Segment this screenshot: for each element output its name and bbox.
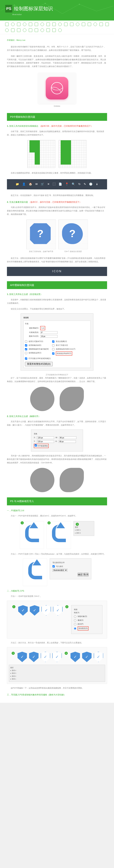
method-2: 方法二：PS中只选择 文件 > 导出 > 导出到Illustrator，如下图，…: [7, 552, 107, 556]
export-select[interactable]: Illustrator路径: [52, 569, 67, 572]
topic-note: （版本CC，操作均无错，已经检查到对齐像素的情况下）: [29, 201, 81, 203]
topic-number: 1.: [7, 125, 9, 127]
pref-checkbox[interactable]: [52, 348, 54, 350]
blue-caption-1: 形状工具所绘制，边缘不够平滑: [26, 250, 56, 253]
topic-2-title: 2. 无顶点像素渲染问题 （版本CC，操作均无错，已经检查到对齐像素的情况下）: [7, 200, 107, 204]
transform-panel[interactable]: 变换 X: W: Y: H: 对齐像素网格: [31, 430, 83, 452]
step-badge-1: 1: [12, 605, 15, 608]
ok-button[interactable]: 确定: [78, 573, 83, 577]
section-1-header: PS中图标绘制注意问题: [7, 113, 107, 121]
shield-icon: ✓: [18, 605, 28, 616]
preferences-dialog[interactable]: 首选项 常规 键盘增量(K):1 px 约束角度(A): 圆角半径(R): 使用…: [21, 313, 93, 371]
step-badge-3: 3: [12, 652, 15, 655]
transform-title: 变换: [34, 432, 80, 435]
ai-step-1: 1 2 3图层▸ 路径 1▸ 路径 2: [7, 521, 107, 549]
icon-sample: [58, 28, 62, 32]
pref-c5: 清除图稿板时失量对象(W): [29, 347, 49, 351]
icon-sample: [11, 28, 14, 32]
shield-outline-icon: ✓: [52, 652, 62, 662]
export-dialog[interactable]: 导出路径到文件 写入路径 Illustrator路径 确定 取消: [50, 558, 91, 579]
gray-circle: [30, 387, 54, 411]
keyinc-value[interactable]: 1 px: [40, 326, 45, 330]
pref-checkbox[interactable]: [25, 340, 27, 343]
layers-panel-2[interactable]: 图层▸ 形状 4▸ 形状 3▸ 形状 2▸ 形状 1: [9, 665, 105, 682]
icon-sample: [46, 23, 50, 26]
paste-dialog[interactable]: 粘贴 粘贴为: 智能对象(O) 像素(X) 路径(P) 形状图层(S): [71, 605, 102, 634]
title-text: 绘制图标深层知识: [14, 4, 53, 13]
paste-radio[interactable]: [74, 619, 76, 621]
dribbble-card: [38, 72, 76, 104]
thermometer-icon: 🌡: [96, 182, 99, 187]
icon-sample: [76, 23, 79, 26]
gray-blob: [60, 468, 84, 492]
paste-radio[interactable]: [74, 615, 76, 618]
h-input[interactable]: [59, 440, 76, 443]
reset-warnings-button[interactable]: 重置所有警告对话框(D): [25, 362, 53, 366]
align-pixel-label: 对齐像素网格: [37, 445, 48, 447]
w-input[interactable]: [59, 436, 76, 439]
svg-point-1: [45, 3, 46, 4]
gray-circle: [30, 468, 54, 492]
align-pixel-checkbox[interactable]: [35, 444, 37, 446]
export-checkbox[interactable]: [52, 565, 55, 567]
pref-checkbox[interactable]: [52, 352, 54, 355]
hero-subtitle: Aveindor: [12, 13, 109, 16]
intro-paragraph-2: 强调一遍软件工具类问题，更多是多练，这些基础不扎实的人最好先参考一些教程，其实都…: [7, 55, 107, 68]
icon-sample: [11, 23, 14, 26]
cancel-button[interactable]: 取消: [83, 573, 88, 577]
pref-checkbox[interactable]: [25, 352, 27, 354]
dribbble-icon: [46, 77, 68, 99]
blue-square-1: ?: [26, 220, 56, 249]
import-topic-2: 二，AI图标导入PS: [7, 589, 107, 593]
icon-sample: [5, 28, 9, 32]
icon-sample: [82, 23, 85, 26]
import-topic-3: 三，导完图入PS变成智能对象的单填充编辑（颜色与大型结缘）: [7, 693, 107, 697]
expand-icon: ⛶: [53, 182, 55, 187]
icon-sample: [17, 23, 21, 26]
pref-c1: 使用日式繁体字(U): [29, 340, 43, 343]
close-icon: ✕: [47, 182, 49, 187]
section-2-header: AI中图标绘制注意问题: [7, 281, 107, 289]
pref-checkbox[interactable]: [25, 358, 27, 360]
radius-input[interactable]: [40, 335, 58, 338]
caption-1: 后来让他截图他设界面，发现是信息面板没有调定义像素，软件界面乱糟糟的，浏览就提示…: [7, 172, 107, 175]
icon-sample: [105, 23, 109, 26]
x-input[interactable]: [37, 436, 54, 439]
person-icon: 👤: [22, 182, 26, 187]
mail-icon: ✉: [35, 182, 38, 187]
pref-tab-general[interactable]: 常规: [25, 322, 89, 325]
page-container: PS 绘制图标深层知识 Aveindor 作者骚话：Mercy Lee 最近给U…: [0, 0, 114, 703]
pref-checkbox[interactable]: [52, 344, 54, 346]
final-para: 如PS中再编辑一下：运用自由选变即新画出颜面插值蒙版整，并且可设置图路径置换。: [7, 686, 107, 690]
shield-outline-icon: ✓: [53, 605, 63, 616]
topic-number: 2.: [7, 415, 9, 417]
question-mark-icon: ?: [37, 224, 43, 243]
corner-input[interactable]: [40, 331, 58, 334]
step-badge-1: 1: [21, 521, 24, 524]
y-input[interactable]: [37, 440, 54, 443]
topic-2-para: 与第1点有些不清楚新区别不大，原因类似只是版本改变的原因导致软件内部设定有些操作…: [7, 206, 107, 216]
pref-checkbox[interactable]: [52, 340, 54, 343]
pref-checkbox[interactable]: [25, 344, 27, 346]
green-shape-sharp: [61, 140, 71, 164]
content-area: 作者骚话：Mercy Lee 最近给UI初学者解答了很多软件类的问题，PS、AI…: [0, 34, 114, 703]
pref-checkbox[interactable]: [25, 348, 27, 350]
shield-panel-2: 3 ✓ ✓ ✓ ✓ 4 ✓ ✓ ✓ 图层▸ 形状 4▸ 形状 3▸ 形状 2▸ …: [7, 647, 107, 684]
icon-sample: [29, 28, 32, 32]
paste-o1: 智能对象(O): [78, 615, 87, 618]
export-title: 导出路径到文件: [52, 561, 88, 564]
icon-sample: [46, 28, 50, 32]
paste-radio[interactable]: [74, 623, 76, 625]
shield-icon: ✓: [29, 652, 39, 662]
topic-1-title: 1. 形状工具内绘制形状有模糊描边 （版本CS6，操作均无错，已经检查到对齐像素…: [7, 124, 107, 128]
toolbar-dark: 📁👤🏠✉🛒✕⛶📄📍🔍↻✎🕐🌡: [7, 179, 107, 189]
icon-sample: [58, 23, 62, 26]
green-shape-blurry: [30, 140, 40, 164]
shape-compare: [7, 387, 107, 411]
import-topic-1: 一，PS图标导入AI: [7, 509, 107, 513]
ai-topic-2-title: 2. 形状工具所绘之边虚（像素对齐）: [7, 414, 107, 418]
paste-radio[interactable]: [74, 627, 76, 630]
corner-label: 约束角度(A):: [25, 331, 39, 334]
layers-panel[interactable]: 3图层▸ 路径 1▸ 路径 2: [73, 521, 94, 536]
clock-icon: 🕐: [89, 182, 92, 187]
